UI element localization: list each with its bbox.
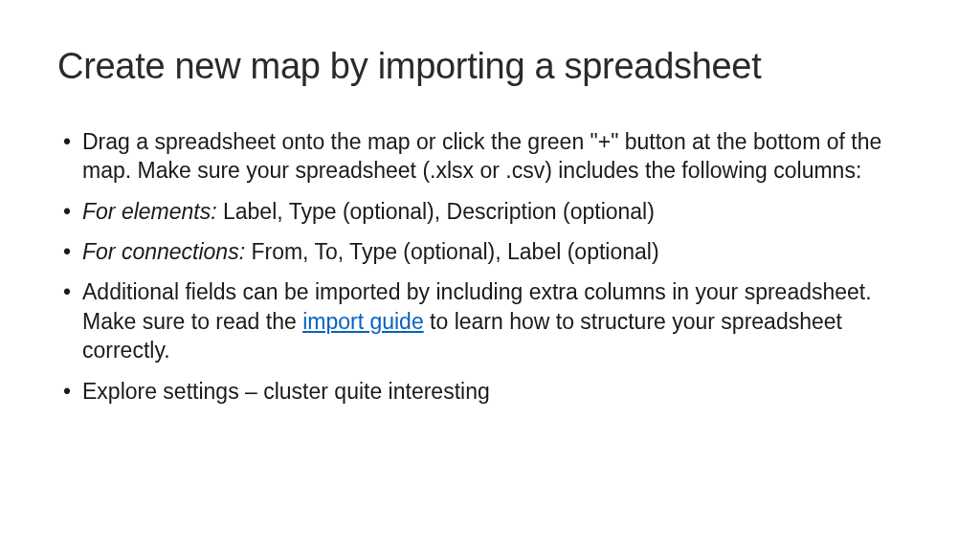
bullet-item: For elements: Label, Type (optional), De… [57, 197, 923, 226]
bullet-item: For connections: From, To, Type (optiona… [57, 237, 923, 266]
bullet-rest: Label, Type (optional), Description (opt… [223, 199, 655, 224]
import-guide-link[interactable]: import guide [302, 309, 424, 334]
bullet-prefix-italic: For elements: [82, 199, 223, 224]
slide-title: Create new map by importing a spreadshee… [57, 46, 923, 87]
bullet-text: Explore settings – cluster quite interes… [82, 379, 490, 404]
bullet-item: Explore settings – cluster quite interes… [57, 377, 923, 406]
bullet-item: Additional fields can be imported by inc… [57, 277, 923, 364]
bullet-list: Drag a spreadsheet onto the map or click… [57, 127, 923, 406]
bullet-text: Drag a spreadsheet onto the map or click… [82, 129, 881, 183]
bullet-prefix-italic: For connections: [82, 239, 251, 264]
bullet-rest: From, To, Type (optional), Label (option… [251, 239, 658, 264]
bullet-item: Drag a spreadsheet onto the map or click… [57, 127, 923, 186]
